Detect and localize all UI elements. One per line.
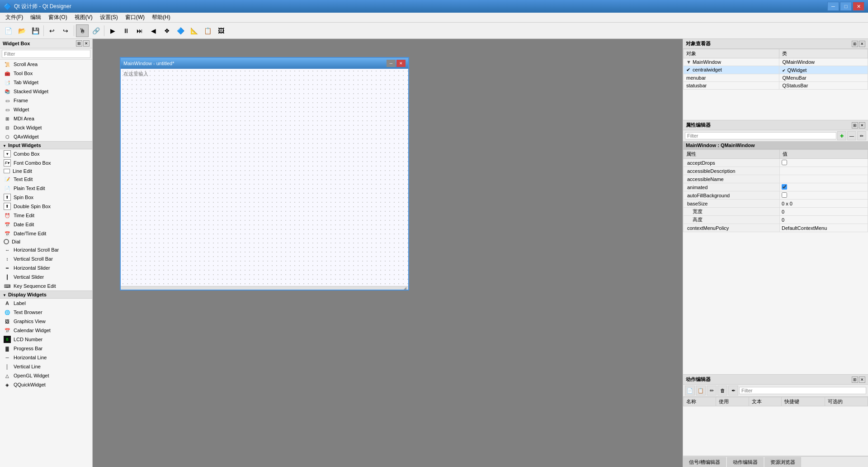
widget-item-horizontal-scroll-bar[interactable]: ↔ Horizontal Scroll Bar xyxy=(0,245,92,254)
inspector-row-mainwindow[interactable]: ▼ MainWindow QMainWindow xyxy=(684,58,868,66)
maximize-button[interactable]: □ xyxy=(840,2,852,11)
toolbar-adjust-size[interactable]: 🔷 xyxy=(174,24,187,37)
minimize-button[interactable]: ─ xyxy=(827,2,839,11)
widget-item-font-combo-box[interactable]: F▾ Font Combo Box xyxy=(0,158,92,167)
menu-view[interactable]: 视图(V) xyxy=(71,13,96,22)
widget-item-datetime-edit[interactable]: 📅 Date/Time Edit xyxy=(0,229,92,238)
widget-item-spin-box[interactable]: ⬆ Spin Box xyxy=(0,193,92,202)
property-configure-btn[interactable]: ✏ xyxy=(857,131,866,140)
inspector-row-menubar[interactable]: menubar QMenuBar xyxy=(684,74,868,82)
toolbar-layout-h[interactable]: ▶ xyxy=(106,24,119,37)
widget-item-label[interactable]: A Label xyxy=(0,299,92,308)
tab-action-editor[interactable]: 动作编辑器 xyxy=(727,457,764,467)
prop-row-animated[interactable]: animated xyxy=(684,183,868,191)
design-canvas[interactable]: 在这里输入 xyxy=(121,69,408,286)
widget-item-date-edit[interactable]: 📅 Date Edit xyxy=(0,220,92,229)
prop-row-width[interactable]: 宽度 0 xyxy=(684,208,868,216)
prop-row-accessibleName[interactable]: accessibleName xyxy=(684,175,868,183)
inspector-row-statusbar[interactable]: statusbar QStatusBar xyxy=(684,82,868,90)
widget-item-graphics-view[interactable]: 🖼 Graphics View xyxy=(0,317,92,326)
property-remove-btn[interactable]: — xyxy=(847,131,856,140)
widget-item-mdi-area[interactable]: ⊞ MDI Area xyxy=(0,114,92,123)
action-pen-btn[interactable]: ✒ xyxy=(728,386,738,396)
toolbar-layout-splitter-h[interactable]: 📐 xyxy=(188,24,200,37)
widget-item-opengl-widget[interactable]: △ OpenGL Widget xyxy=(0,371,92,380)
widget-item-dial[interactable]: Dial xyxy=(0,238,92,245)
object-inspector-close[interactable]: ✕ xyxy=(859,41,865,47)
action-copy-btn[interactable]: 📋 xyxy=(696,386,706,396)
action-delete-btn[interactable]: 🗑 xyxy=(717,386,727,396)
widget-item-plain-text-edit[interactable]: 📄 Plain Text Edit xyxy=(0,184,92,193)
prop-row-baseSize[interactable]: baseSize 0 x 0 xyxy=(684,200,868,208)
toolbar-break-layout[interactable]: ❖ xyxy=(160,24,173,37)
toolbar-new[interactable]: 📄 xyxy=(2,24,14,37)
toolbar-layout-form[interactable]: ◀ xyxy=(147,24,160,37)
prop-check-autoFillBackground[interactable] xyxy=(782,192,787,198)
prop-value-animated[interactable] xyxy=(780,183,868,191)
widget-item-lcd-number[interactable]: 8 LCD Number xyxy=(0,335,92,344)
property-editor-close[interactable]: ✕ xyxy=(859,122,865,129)
widget-item-text-browser[interactable]: 🌐 Text Browser xyxy=(0,308,92,317)
widget-item-vertical-slider[interactable]: ┃ Vertical Slider xyxy=(0,272,92,281)
toolbar-save[interactable]: 💾 xyxy=(29,24,42,37)
prop-row-height[interactable]: 高度 0 xyxy=(684,216,868,224)
widget-item-vertical-scroll-bar[interactable]: ↕ Vertical Scroll Bar xyxy=(0,254,92,263)
widget-item-dock-widget[interactable]: ⊟ Dock Widget xyxy=(0,123,92,132)
toolbar-preview[interactable]: 🖼 xyxy=(215,24,227,37)
tab-resource-browser[interactable]: 资源浏览器 xyxy=(764,457,801,467)
menu-help[interactable]: 帮助(H) xyxy=(148,13,174,22)
widget-item-text-edit[interactable]: 📝 Text Edit xyxy=(0,175,92,184)
tab-signal-slot[interactable]: 信号/槽编辑器 xyxy=(683,457,726,467)
widget-item-time-edit[interactable]: ⏰ Time Edit xyxy=(0,211,92,220)
widget-item-vertical-line[interactable]: │ Vertical Line xyxy=(0,362,92,371)
widget-item-horizontal-slider[interactable]: ━ Horizontal Slider xyxy=(0,263,92,272)
prop-row-accessibleDescription[interactable]: accessibleDescription xyxy=(684,167,868,175)
prop-check-acceptDrops[interactable] xyxy=(782,160,787,165)
action-filter-input[interactable] xyxy=(739,387,866,394)
toolbar-layout-splitter-v[interactable]: 📋 xyxy=(201,24,214,37)
design-window-resize[interactable]: ◢ xyxy=(121,286,408,290)
property-editor-float[interactable]: ⊞ xyxy=(852,122,858,129)
inspector-row-centralwidget[interactable]: ✔ centralwidget ✔ QWidget xyxy=(684,66,868,74)
widget-item-progress-bar[interactable]: ▓ Progress Bar xyxy=(0,344,92,353)
property-add-btn[interactable]: ✚ xyxy=(837,131,846,140)
toolbar-undo[interactable]: ↩ xyxy=(46,24,58,37)
widget-item-frame[interactable]: ▭ Frame xyxy=(0,96,92,105)
widget-box-float[interactable]: ⊞ xyxy=(76,40,82,47)
menu-form[interactable]: 窗体(O) xyxy=(45,13,71,22)
widget-item-horizontal-line[interactable]: ─ Horizontal Line xyxy=(0,353,92,362)
widget-item-tab-widget[interactable]: 📑 Tab Widget xyxy=(0,78,92,87)
widget-item-scroll-area[interactable]: 📜 Scroll Area xyxy=(0,60,92,69)
mainwindow-expand[interactable]: ▼ xyxy=(686,59,691,65)
property-filter-input[interactable] xyxy=(685,132,836,139)
prop-value-autoFillBackground[interactable] xyxy=(780,191,868,200)
widget-item-qquick-widget[interactable]: ◈ QQuickWidget xyxy=(0,380,92,389)
menu-window[interactable]: 窗口(W) xyxy=(122,13,148,22)
canvas-area[interactable]: MainWindow - untitled* ─ ✕ 在这里输入 ◢ xyxy=(93,39,683,467)
design-window-minimize[interactable]: ─ xyxy=(387,60,396,67)
close-button[interactable]: ✕ xyxy=(853,2,864,11)
prop-row-contextMenuPolicy[interactable]: contextMenuPolicy DefaultContextMenu xyxy=(684,224,868,232)
widget-item-widget[interactable]: ▭ Widget xyxy=(0,105,92,114)
widget-box-filter-input[interactable] xyxy=(2,50,90,58)
prop-check-animated[interactable] xyxy=(782,184,787,190)
prop-row-autoFillBackground[interactable]: autoFillBackground xyxy=(684,191,868,200)
property-scroll[interactable]: 属性 值 acceptDrops accessibleDescription xyxy=(683,149,868,374)
menu-settings[interactable]: 设置(S) xyxy=(96,13,122,22)
design-window-close[interactable]: ✕ xyxy=(396,60,406,67)
menu-file[interactable]: 文件(F) xyxy=(2,13,27,22)
action-editor-close[interactable]: ✕ xyxy=(859,376,865,383)
input-widgets-section[interactable]: Input Widgets xyxy=(0,141,92,149)
menu-edit[interactable]: 编辑 xyxy=(27,13,45,22)
widget-box-close[interactable]: ✕ xyxy=(83,40,90,47)
widget-item-double-spin-box[interactable]: ⬆ Double Spin Box xyxy=(0,202,92,211)
display-widgets-section[interactable]: Display Widgets xyxy=(0,291,92,299)
toolbar-widget-mode[interactable]: 🖱 xyxy=(76,24,89,37)
widget-item-stacked-widget[interactable]: 📚 Stacked Widget xyxy=(0,87,92,96)
action-editor-float[interactable]: ⊞ xyxy=(852,376,858,383)
widget-item-calendar-widget[interactable]: 📅 Calendar Widget xyxy=(0,326,92,335)
widget-item-line-edit[interactable]: Line Edit xyxy=(0,167,92,175)
widget-item-combo-box[interactable]: ▾ Combo Box xyxy=(0,149,92,158)
prop-row-acceptDrops[interactable]: acceptDrops xyxy=(684,159,868,167)
action-new-btn[interactable]: 📄 xyxy=(685,386,695,396)
